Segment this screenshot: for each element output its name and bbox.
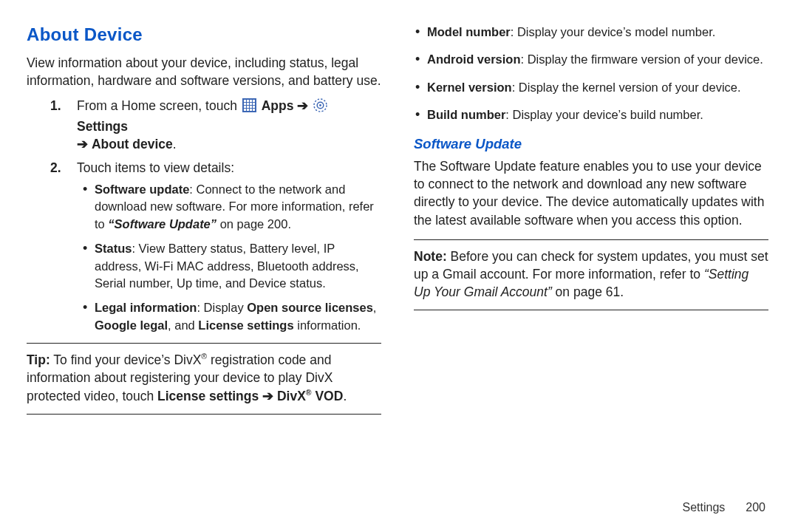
tip-label: Tip: xyxy=(27,352,50,367)
svg-point-19 xyxy=(319,104,321,106)
svg-rect-7 xyxy=(250,103,252,105)
label: Status xyxy=(95,242,132,255)
page-footer: Settings 200 xyxy=(682,499,765,516)
page-columns: About Device View information about your… xyxy=(27,22,771,422)
svg-rect-14 xyxy=(247,109,249,111)
svg-rect-16 xyxy=(253,109,255,111)
step1-text-pre: From a Home screen, touch xyxy=(77,98,241,113)
footer-section: Settings xyxy=(682,499,725,516)
label: Android version xyxy=(427,52,521,66)
bullet-kernel-version: Kernel version: Display the kernel versi… xyxy=(414,79,768,96)
tip-d: VOD xyxy=(312,389,344,403)
svg-rect-15 xyxy=(250,109,252,111)
bullet-status: Status: View Battery status, Battery lev… xyxy=(77,240,381,292)
svg-rect-8 xyxy=(253,103,255,105)
ref: “Software Update” xyxy=(108,217,216,231)
step-1: 1. From a Home screen, touch Apps ➔ Sett… xyxy=(27,97,381,152)
section-intro: View information about your device, incl… xyxy=(27,54,381,89)
tip-c: License settings ➔ DivX xyxy=(157,389,306,403)
arrow-2: ➔ xyxy=(77,137,88,151)
license-settings: License settings xyxy=(198,318,293,332)
footer-page: 200 xyxy=(746,499,765,516)
software-update-body: The Software Update feature enables you … xyxy=(414,157,768,229)
period: . xyxy=(173,137,177,151)
label: Legal information xyxy=(95,301,197,314)
svg-rect-4 xyxy=(253,100,255,102)
step-number: 2. xyxy=(50,159,61,177)
bullet-legal: Legal information: Display Open source l… xyxy=(77,299,381,334)
step2-lead: Touch items to view details: xyxy=(77,160,234,175)
divider xyxy=(27,414,381,415)
divider xyxy=(27,343,381,344)
comma: , xyxy=(373,301,377,314)
bullet-android-version: Android version: Display the firmware ve… xyxy=(414,51,768,68)
svg-rect-6 xyxy=(247,103,249,105)
label: Model number xyxy=(427,25,511,38)
svg-rect-12 xyxy=(253,106,255,108)
and: , and xyxy=(168,318,198,332)
body: : Display your device’s build number. xyxy=(505,108,703,121)
svg-rect-5 xyxy=(244,103,246,105)
body-a: : Display xyxy=(197,301,247,314)
osl: Open source licenses xyxy=(247,301,373,314)
subheading-software-update: Software Update xyxy=(414,134,768,154)
note-block: Note: Before you can check for system up… xyxy=(414,248,768,301)
apps-icon xyxy=(242,98,256,117)
divider xyxy=(414,310,768,310)
step-2: 2. Touch items to view details: Software… xyxy=(27,159,381,335)
note-label: Note: xyxy=(414,249,447,264)
svg-rect-2 xyxy=(247,100,249,102)
svg-rect-11 xyxy=(250,106,252,108)
svg-rect-1 xyxy=(244,100,246,102)
google-legal: Google legal xyxy=(95,318,168,332)
tip-e: . xyxy=(343,389,347,403)
svg-rect-13 xyxy=(244,109,246,111)
step-number: 1. xyxy=(50,97,61,115)
label: Build number xyxy=(427,108,505,121)
svg-rect-3 xyxy=(250,100,252,102)
step2-bullets: Software update: Connect to the network … xyxy=(77,181,381,334)
arrow-1: ➔ xyxy=(297,98,308,113)
end: information. xyxy=(294,318,361,332)
label: Kernel version xyxy=(427,81,512,94)
divider xyxy=(414,239,768,240)
body: : View Battery status, Battery level, IP… xyxy=(95,242,359,290)
note-b: on page 61. xyxy=(552,284,624,299)
about-device-value: About device xyxy=(92,137,173,151)
settings-icon xyxy=(313,98,327,117)
svg-rect-9 xyxy=(244,106,246,108)
bullet-build-number: Build number: Display your device’s buil… xyxy=(414,106,768,123)
apps-label: Apps xyxy=(262,98,294,113)
settings-label: Settings xyxy=(77,119,128,134)
tip-block: Tip: To find your device’s DivX® registr… xyxy=(27,351,381,404)
label: Software update xyxy=(95,183,189,196)
tip-a: To find your device’s DivX xyxy=(50,352,202,367)
reg-mark: ® xyxy=(201,352,207,361)
reg-mark: ® xyxy=(306,388,312,397)
left-column: About Device View information about your… xyxy=(27,22,381,422)
bullet-software-update: Software update: Connect to the network … xyxy=(77,181,381,233)
bullet-model-number: Model number: Display your device’s mode… xyxy=(414,24,768,41)
svg-rect-10 xyxy=(247,106,249,108)
body: : Display the firmware version of your d… xyxy=(521,52,763,66)
body: : Display the kernel version of your dev… xyxy=(512,81,741,94)
body-b: on page 200. xyxy=(216,217,291,231)
right-bullets: Model number: Display your device’s mode… xyxy=(414,24,768,124)
body: : Display your device’s model number. xyxy=(511,25,716,38)
section-heading: About Device xyxy=(27,22,381,47)
right-column: Model number: Display your device’s mode… xyxy=(414,22,768,422)
steps-list: 1. From a Home screen, touch Apps ➔ Sett… xyxy=(27,97,381,334)
